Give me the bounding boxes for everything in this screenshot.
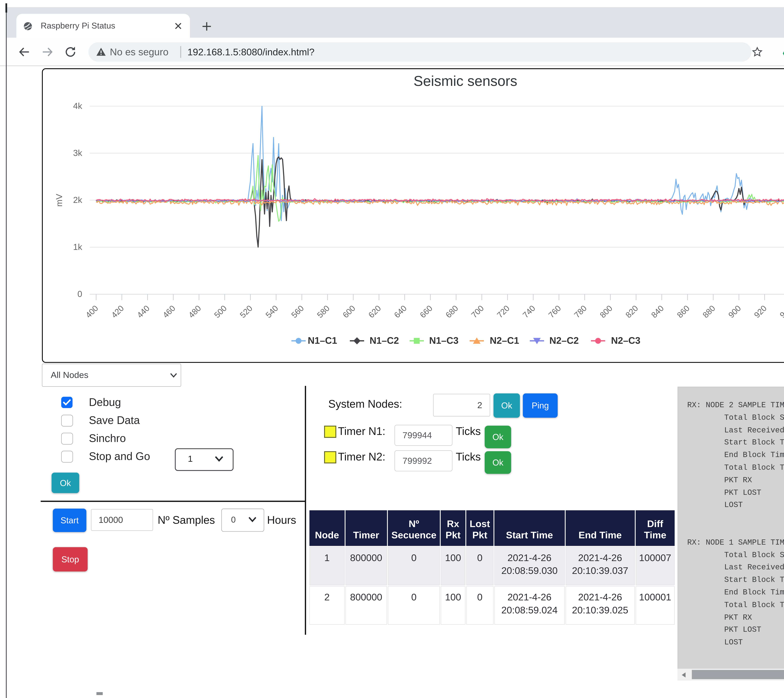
svg-text:0: 0	[78, 289, 82, 299]
svg-text:720: 720	[495, 304, 511, 320]
svg-text:460: 460	[161, 304, 177, 320]
svg-text:N2–C1: N2–C1	[490, 335, 519, 346]
svg-text:N2–C3: N2–C3	[611, 335, 640, 346]
svg-text:1k: 1k	[73, 242, 82, 252]
svg-text:3k: 3k	[73, 148, 82, 158]
svg-text:920: 920	[752, 304, 769, 320]
svg-text:560: 560	[289, 304, 305, 320]
svg-text:820: 820	[624, 304, 640, 320]
svg-text:520: 520	[238, 304, 254, 320]
svg-text:840: 840	[649, 304, 666, 320]
svg-text:700: 700	[469, 304, 485, 320]
svg-text:760: 760	[546, 304, 563, 320]
svg-text:680: 680	[444, 304, 460, 320]
svg-text:480: 480	[187, 304, 203, 320]
svg-text:N1–C3: N1–C3	[429, 335, 459, 346]
svg-text:800: 800	[598, 304, 614, 320]
svg-text:420: 420	[109, 304, 125, 320]
svg-text:640: 640	[392, 304, 408, 320]
svg-text:940: 940	[778, 304, 784, 320]
svg-text:4k: 4k	[73, 101, 82, 111]
svg-text:N1–C2: N1–C2	[370, 335, 399, 346]
svg-text:400: 400	[84, 304, 100, 320]
svg-text:440: 440	[135, 304, 151, 320]
svg-text:N2–C2: N2–C2	[550, 335, 579, 346]
svg-text:540: 540	[264, 304, 280, 320]
svg-text:660: 660	[418, 304, 434, 320]
svg-text:500: 500	[212, 304, 228, 320]
svg-text:2k: 2k	[73, 195, 82, 205]
svg-text:600: 600	[341, 304, 357, 320]
svg-text:900: 900	[726, 304, 743, 320]
svg-text:780: 780	[572, 304, 588, 320]
svg-text:880: 880	[701, 304, 717, 320]
svg-text:860: 860	[675, 304, 692, 320]
svg-text:740: 740	[521, 304, 537, 320]
svg-text:620: 620	[366, 304, 383, 320]
svg-text:N1–C1: N1–C1	[308, 335, 337, 346]
svg-text:580: 580	[315, 304, 331, 320]
svg-text:Seismic sensors: Seismic sensors	[413, 73, 517, 89]
svg-text:mV: mV	[54, 194, 64, 207]
